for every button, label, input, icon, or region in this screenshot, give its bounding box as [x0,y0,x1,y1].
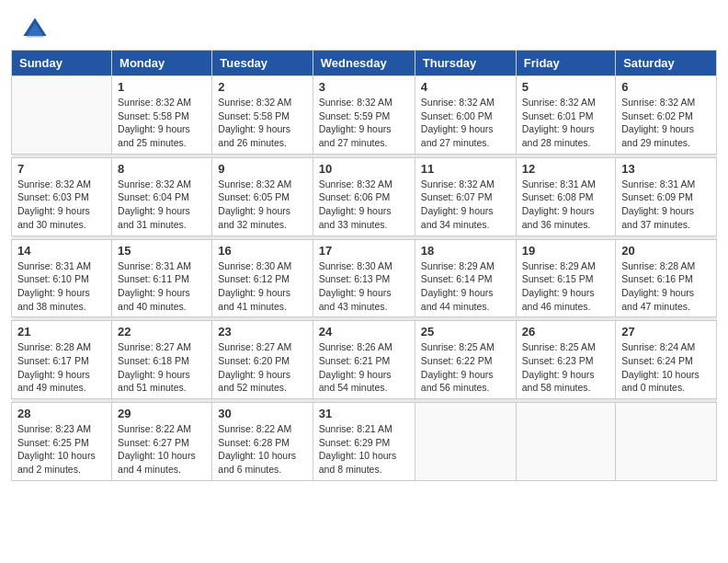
calendar-cell: 20Sunrise: 8:28 AMSunset: 6:16 PMDayligh… [616,239,717,317]
calendar-table: SundayMondayTuesdayWednesdayThursdayFrid… [11,50,717,481]
date-number: 12 [522,162,609,176]
date-number: 16 [218,244,306,258]
page: SundayMondayTuesdayWednesdayThursdayFrid… [0,0,728,563]
date-number: 28 [17,407,106,420]
day-header-monday: Monday [112,51,212,76]
week-row-0: 1Sunrise: 8:32 AMSunset: 5:58 PMDaylight… [12,76,717,155]
date-number: 21 [17,325,106,339]
cell-info: Sunrise: 8:22 AMSunset: 6:27 PMDaylight:… [118,422,206,477]
cell-info: Sunrise: 8:30 AMSunset: 6:13 PMDaylight:… [319,259,409,314]
cell-info: Sunrise: 8:29 AMSunset: 6:14 PMDaylight:… [421,259,510,314]
calendar-cell: 15Sunrise: 8:31 AMSunset: 6:11 PMDayligh… [112,239,212,317]
date-number: 4 [421,80,510,94]
calendar-cell: 18Sunrise: 8:29 AMSunset: 6:14 PMDayligh… [415,239,516,317]
week-row-4: 28Sunrise: 8:23 AMSunset: 6:25 PMDayligh… [12,403,717,481]
cell-info: Sunrise: 8:23 AMSunset: 6:25 PMDaylight:… [17,422,106,477]
calendar-cell: 17Sunrise: 8:30 AMSunset: 6:13 PMDayligh… [313,239,415,317]
date-number: 27 [621,325,711,339]
calendar-cell: 22Sunrise: 8:27 AMSunset: 6:18 PMDayligh… [112,321,212,399]
cell-info: Sunrise: 8:26 AMSunset: 6:21 PMDaylight:… [319,340,409,395]
calendar-cell: 16Sunrise: 8:30 AMSunset: 6:12 PMDayligh… [212,239,313,317]
calendar-cell: 25Sunrise: 8:25 AMSunset: 6:22 PMDayligh… [415,321,516,399]
calendar-cell: 21Sunrise: 8:28 AMSunset: 6:17 PMDayligh… [12,321,112,399]
calendar-cell: 26Sunrise: 8:25 AMSunset: 6:23 PMDayligh… [516,321,615,399]
cell-info: Sunrise: 8:31 AMSunset: 6:10 PMDaylight:… [17,259,106,314]
calendar-cell: 13Sunrise: 8:31 AMSunset: 6:09 PMDayligh… [616,157,717,236]
cell-info: Sunrise: 8:32 AMSunset: 5:58 PMDaylight:… [118,96,206,150]
cell-info: Sunrise: 8:32 AMSunset: 6:06 PMDaylight:… [319,178,409,232]
calendar-cell: 4Sunrise: 8:32 AMSunset: 6:00 PMDaylight… [415,76,516,155]
calendar-wrapper: SundayMondayTuesdayWednesdayThursdayFrid… [0,50,728,492]
cell-info: Sunrise: 8:32 AMSunset: 5:59 PMDaylight:… [319,96,409,150]
date-number: 24 [319,325,409,339]
cell-info: Sunrise: 8:32 AMSunset: 6:05 PMDaylight:… [218,178,306,232]
cell-info: Sunrise: 8:27 AMSunset: 6:18 PMDaylight:… [118,340,206,395]
day-header-saturday: Saturday [616,51,717,76]
calendar-cell: 23Sunrise: 8:27 AMSunset: 6:20 PMDayligh… [212,321,313,399]
date-number: 25 [421,325,510,339]
day-header-thursday: Thursday [415,51,516,76]
cell-info: Sunrise: 8:28 AMSunset: 6:16 PMDaylight:… [621,259,711,314]
calendar-cell: 9Sunrise: 8:32 AMSunset: 6:05 PMDaylight… [212,157,313,236]
cell-info: Sunrise: 8:30 AMSunset: 6:12 PMDaylight:… [218,259,306,314]
day-header-wednesday: Wednesday [313,51,415,76]
date-number: 18 [421,244,510,258]
calendar-cell: 31Sunrise: 8:21 AMSunset: 6:29 PMDayligh… [313,403,415,481]
date-number: 23 [218,325,306,339]
date-number: 5 [522,80,609,94]
cell-info: Sunrise: 8:32 AMSunset: 6:00 PMDaylight:… [421,96,510,150]
cell-info: Sunrise: 8:28 AMSunset: 6:17 PMDaylight:… [17,340,106,395]
cell-info: Sunrise: 8:22 AMSunset: 6:28 PMDaylight:… [218,422,306,477]
date-number: 7 [17,162,106,176]
cell-info: Sunrise: 8:29 AMSunset: 6:15 PMDaylight:… [522,259,609,314]
date-number: 22 [118,325,206,339]
calendar-cell: 2Sunrise: 8:32 AMSunset: 5:58 PMDaylight… [212,76,313,155]
calendar-cell: 12Sunrise: 8:31 AMSunset: 6:08 PMDayligh… [516,157,615,236]
date-number: 14 [17,244,106,258]
date-number: 8 [118,162,206,176]
cell-info: Sunrise: 8:21 AMSunset: 6:29 PMDaylight:… [319,422,409,477]
calendar-cell: 14Sunrise: 8:31 AMSunset: 6:10 PMDayligh… [12,239,112,317]
cell-info: Sunrise: 8:25 AMSunset: 6:22 PMDaylight:… [421,340,510,395]
cell-info: Sunrise: 8:32 AMSunset: 6:02 PMDaylight:… [621,96,711,150]
calendar-cell: 19Sunrise: 8:29 AMSunset: 6:15 PMDayligh… [516,239,615,317]
date-number: 17 [319,244,409,258]
cell-info: Sunrise: 8:31 AMSunset: 6:09 PMDaylight:… [621,178,711,232]
calendar-cell: 7Sunrise: 8:32 AMSunset: 6:03 PMDaylight… [12,157,112,236]
cell-info: Sunrise: 8:24 AMSunset: 6:24 PMDaylight:… [621,340,711,395]
cell-info: Sunrise: 8:27 AMSunset: 6:20 PMDaylight:… [218,340,306,395]
date-number: 2 [218,80,306,94]
calendar-cell: 27Sunrise: 8:24 AMSunset: 6:24 PMDayligh… [616,321,717,399]
calendar-cell: 11Sunrise: 8:32 AMSunset: 6:07 PMDayligh… [415,157,516,236]
calendar-cell: 10Sunrise: 8:32 AMSunset: 6:06 PMDayligh… [313,157,415,236]
cell-info: Sunrise: 8:25 AMSunset: 6:23 PMDaylight:… [522,340,609,395]
date-number: 13 [621,162,711,176]
calendar-cell: 3Sunrise: 8:32 AMSunset: 5:59 PMDaylight… [313,76,415,155]
date-number: 20 [621,244,711,258]
logo-icon [22,17,48,42]
calendar-cell: 1Sunrise: 8:32 AMSunset: 5:58 PMDaylight… [112,76,212,155]
calendar-cell: 6Sunrise: 8:32 AMSunset: 6:02 PMDaylight… [616,76,717,155]
week-row-1: 7Sunrise: 8:32 AMSunset: 6:03 PMDaylight… [12,157,717,236]
calendar-cell: 24Sunrise: 8:26 AMSunset: 6:21 PMDayligh… [313,321,415,399]
cell-info: Sunrise: 8:31 AMSunset: 6:11 PMDaylight:… [118,259,206,314]
cell-info: Sunrise: 8:32 AMSunset: 6:01 PMDaylight:… [522,96,609,150]
calendar-cell [415,403,516,481]
cell-info: Sunrise: 8:31 AMSunset: 6:08 PMDaylight:… [522,178,609,232]
date-number: 26 [522,325,609,339]
day-header-row: SundayMondayTuesdayWednesdayThursdayFrid… [12,51,717,76]
header [0,0,728,50]
cell-info: Sunrise: 8:32 AMSunset: 6:03 PMDaylight:… [17,178,106,232]
date-number: 31 [319,407,409,420]
day-header-tuesday: Tuesday [212,51,313,76]
calendar-cell [12,76,112,155]
date-number: 1 [118,80,206,94]
calendar-cell [516,403,615,481]
date-number: 10 [319,162,409,176]
date-number: 29 [118,407,206,420]
logo [22,17,51,42]
calendar-cell: 29Sunrise: 8:22 AMSunset: 6:27 PMDayligh… [112,403,212,481]
cell-info: Sunrise: 8:32 AMSunset: 5:58 PMDaylight:… [218,96,306,150]
date-number: 3 [319,80,409,94]
date-number: 6 [621,80,711,94]
